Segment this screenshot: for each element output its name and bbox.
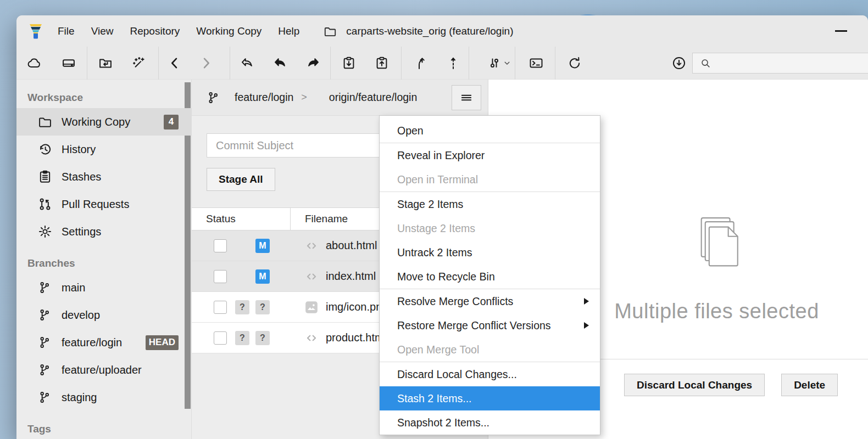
sidebar-item-staging[interactable]: staging [16,384,191,411]
menu-item-untrack-2-items[interactable]: Untrack 2 Items [380,240,600,264]
chevron-left-icon[interactable] [163,51,187,75]
menu-repository[interactable]: Repository [121,15,188,47]
checkbox[interactable] [214,270,227,283]
menu-item-label: Open Merge Tool [397,344,479,356]
sidebar-item-pull-requests[interactable]: Pull Requests [16,190,191,218]
branch-icon [37,390,52,404]
drive-icon[interactable] [57,51,81,75]
sidebar-item-feature-uploader[interactable]: feature/uploader [16,356,191,384]
sidebar-item-develop[interactable]: develop [16,301,191,329]
delete-button[interactable]: Delete [781,374,838,396]
cloud-icon[interactable] [23,51,47,75]
sidebar: WorkspaceWorking Copy4HistoryStashesPull… [16,80,191,439]
menu-item-reveal-in-explorer[interactable]: Reveal in Explorer [380,143,600,167]
menu-item-snapshot-2-items[interactable]: Snapshot 2 Items... [380,410,600,435]
menu-item-label: Untrack 2 Items [397,246,472,259]
column-header-status[interactable]: Status [192,208,291,230]
chevron-right-icon[interactable] [194,51,218,75]
sidebar-item-label: Stashes [62,171,101,183]
upstream-branch[interactable]: origin/feature/login [329,91,417,104]
image-file-icon [304,300,319,314]
submenu-arrow-icon [584,298,589,305]
menu-file[interactable]: File [49,15,83,47]
checkbox[interactable] [214,301,227,314]
search-input[interactable] [717,58,849,69]
menu-item-label: Restore Merge Conflict Versions [397,319,551,332]
breadcrumb-separator: > [301,92,307,103]
title-bar: File View Repository Working Copy Help c… [16,15,868,47]
menu-working-copy[interactable]: Working Copy [188,15,270,47]
code-file-icon [304,269,319,284]
gear-icon [37,224,53,239]
menu-item-label: Move to Recycle Bin [397,271,495,283]
submenu-arrow-icon [584,322,589,329]
toolbar-separator [330,47,331,80]
main-content: WorkspaceWorking Copy4HistoryStashesPull… [16,80,868,439]
menu-item-label: Stash 2 Items... [397,392,471,405]
sidebar-item-settings[interactable]: Settings [16,218,191,245]
stash-icon [37,169,53,184]
sidebar-item-stashes[interactable]: Stashes [16,163,191,190]
menu-view[interactable]: View [83,15,122,47]
chevron-down-icon [503,51,512,75]
menu-item-stage-2-items[interactable]: Stage 2 Items [380,192,600,216]
untracked-badge: ? [255,331,270,345]
current-branch[interactable]: feature/login [235,91,293,104]
window-title: carparts-website_orig (feature/login) [346,25,513,37]
toolbar-separator [87,47,87,80]
undo-outline-icon[interactable] [235,51,259,75]
modified-badge: M [255,269,270,284]
menu-item-resolve-merge-conflicts[interactable]: Resolve Merge Conflicts [380,289,600,313]
search-box[interactable] [692,53,868,74]
code-file-icon [304,239,319,253]
toolbar-separator [469,47,469,80]
undo-filled-icon[interactable] [268,51,292,75]
clipboard-pull-icon[interactable] [337,51,361,75]
sidebar-item-label: History [62,143,96,156]
menu-item-label: Open in Terminal [397,173,478,186]
toolbar [16,47,868,80]
count-badge: 4 [164,115,179,130]
stage-all-button[interactable]: Stage All [207,168,275,191]
menu-item-label: Discard Local Changes... [397,368,517,381]
refresh-icon[interactable] [563,51,587,75]
clipboard-push-icon[interactable] [370,51,394,75]
status-cell: ?? [192,292,291,322]
context-menu: OpenReveal in ExplorerOpen in TerminalSt… [379,115,600,435]
sidebar-item-working-copy[interactable]: Working Copy4 [16,108,191,136]
menu-item-label: Stage 2 Items [397,198,463,211]
menu-help[interactable]: Help [270,15,308,47]
sidebar-item-main[interactable]: main [16,274,191,301]
minimize-button[interactable] [835,30,847,32]
wand-icon[interactable] [127,51,151,75]
menu-item-label: Unstage 2 Items [397,222,475,235]
status-cell: M [192,230,291,261]
filename-label: about.html [326,239,377,252]
menu-item-move-to-recycle-bin[interactable]: Move to Recycle Bin [380,264,600,289]
menu-item-label: Resolve Merge Conflicts [397,295,513,308]
checkbox[interactable] [214,331,227,345]
download-circle-icon[interactable] [667,51,691,75]
filename-label: product.html [326,331,386,344]
branch-icon [37,308,52,322]
menu-item-discard-local-changes[interactable]: Discard Local Changes... [380,362,600,386]
status-cell: M [192,261,291,291]
menu-item-label: Snapshot 2 Items... [397,417,489,429]
menu-item-restore-merge-conflict-versions[interactable]: Restore Merge Conflict Versions [380,313,600,337]
dashed-up-arrow-icon[interactable] [441,51,465,75]
menu-item-stash-2-items[interactable]: Stash 2 Items... [380,386,600,410]
sidebar-item-history[interactable]: History [16,136,191,163]
menu-item-open-in-terminal: Open in Terminal [380,167,600,192]
app-window: File View Repository Working Copy Help c… [16,15,868,439]
merge-arrow-icon[interactable] [408,51,432,75]
discard-local-changes-button[interactable]: Discard Local Changes [624,374,765,396]
history-icon [37,142,53,157]
menu-item-open[interactable]: Open [380,119,600,143]
folder-return-icon[interactable] [93,51,118,75]
branch-menu-button[interactable] [452,85,481,110]
terminal-icon[interactable] [524,51,548,75]
sidebar-section-tags: Tags [27,419,191,439]
checkbox[interactable] [214,239,227,252]
sidebar-item-feature-login[interactable]: feature/loginHEAD [16,329,191,356]
redo-filled-icon[interactable] [301,51,325,75]
